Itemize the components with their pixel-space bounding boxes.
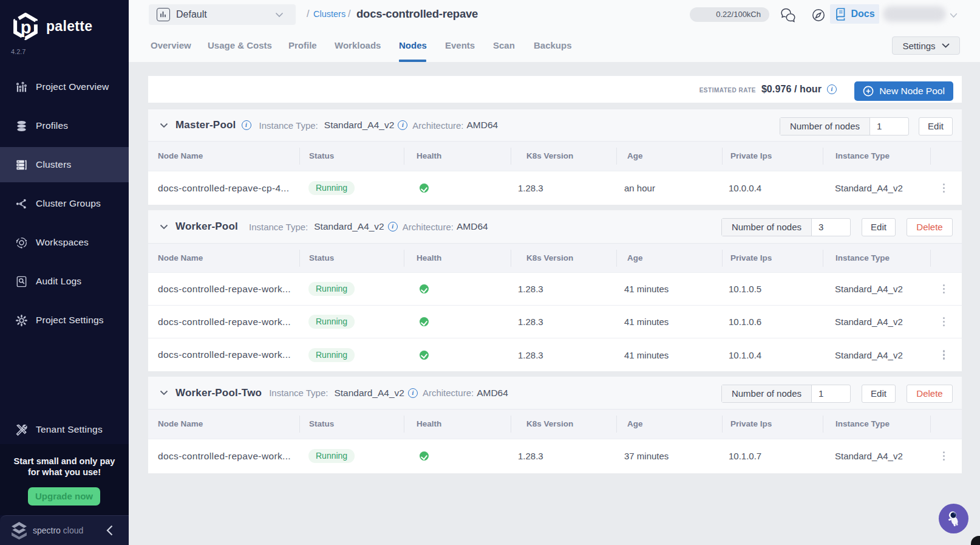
svg-text:p: p <box>21 18 32 37</box>
